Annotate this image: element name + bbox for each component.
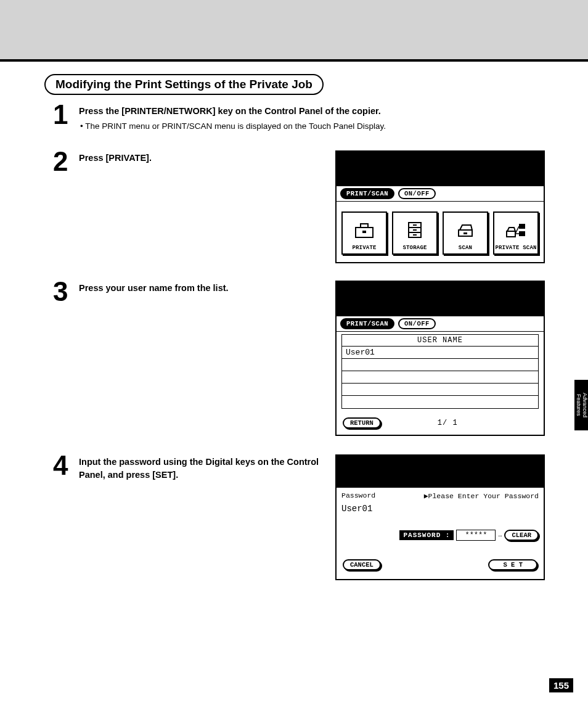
header-rule [0,59,588,62]
step-instruction: Press [PRIVATE]. [79,152,325,165]
return-button[interactable]: RETURN [343,417,381,429]
svg-rect-8 [413,234,417,236]
svg-rect-7 [413,229,417,231]
print-scan-tab[interactable]: PRINT/SCAN [340,318,394,329]
user-row-empty[interactable] [342,384,538,396]
page-number: 155 [549,678,573,692]
private-scan-button[interactable]: PRIVATE SCAN [493,211,539,255]
step-number: 3 [53,278,79,305]
private-scan-icon [505,223,526,243]
step-number: 1 [53,101,79,128]
ellipsis-icon: … [498,532,502,538]
on-off-button[interactable]: ON/OFF [398,188,436,199]
user-row[interactable]: User01 [342,347,538,359]
svg-rect-2 [362,231,366,233]
step-bullet: • The PRINT menu or PRINT/SCAN menu is d… [79,120,535,133]
step-number: 4 [53,452,79,479]
password-prompt: ▶Please Enter Your Password [424,491,539,500]
step-instruction: Press your user name from the list. [79,282,325,295]
cancel-button[interactable]: CANCEL [343,559,381,570]
user-name-table: USER NAME User01 [341,334,539,409]
step-instruction: Input the password using the Digital key… [79,456,325,482]
panel-black-area [337,152,544,186]
scanner-icon [456,223,475,243]
touch-panel-screenshot-4: Password ▶Please Enter Your Password Use… [335,454,545,580]
storage-button[interactable]: STORAGE [392,211,438,255]
cabinet-icon [407,221,423,243]
user-row-empty[interactable] [342,396,538,408]
private-button[interactable]: PRIVATE [341,211,387,255]
step-number: 2 [53,148,79,175]
icon-label: STORAGE [402,245,427,251]
table-header: USER NAME [342,335,538,347]
step-instruction: Press the [PRINTER/NETWORK] key on the C… [79,105,535,118]
svg-rect-13 [519,231,525,236]
panel-black-area [337,282,544,316]
set-button[interactable]: S E T [488,559,537,570]
scan-button[interactable]: SCAN [443,211,488,255]
svg-rect-11 [507,231,515,237]
briefcase-icon [354,223,374,243]
on-off-button[interactable]: ON/OFF [398,318,436,329]
svg-line-14 [515,226,519,234]
user-row-empty[interactable] [342,359,538,371]
clear-button[interactable]: CLEAR [504,530,539,541]
header-gray-band [0,0,588,59]
step-3: 3 Press your user name from the list. PR… [53,281,545,436]
panel-black-area [337,456,544,488]
svg-rect-1 [361,224,368,228]
password-label: Password [341,491,375,500]
step-4: 4 Input the password using the Digital k… [53,454,545,580]
touch-panel-screenshot-2: PRINT/SCAN ON/OFF PRIVATE STORAGE [335,150,545,263]
step-2: 2 Press [PRIVATE]. PRINT/SCAN ON/OFF PRI… [53,150,545,263]
page-indicator: 1/ 1 [438,419,458,427]
icon-label: SCAN [459,245,472,251]
password-input[interactable]: ***** [456,530,496,541]
current-user-label: User01 [341,504,539,514]
icon-label: PRIVATE [352,245,376,251]
section-side-tab: Advanced Features [574,380,588,430]
svg-rect-10 [463,232,467,234]
svg-rect-12 [519,224,525,229]
icon-label: PRIVATE SCAN [495,245,536,251]
touch-panel-screenshot-3: PRINT/SCAN ON/OFF USER NAME User01 RETUR… [335,281,545,436]
svg-rect-6 [413,224,417,226]
section-title-pill: Modifying the Print Settings of the Priv… [44,74,324,95]
print-scan-tab[interactable]: PRINT/SCAN [340,188,394,199]
step-1: 1 Press the [PRINTER/NETWORK] key on the… [53,104,545,133]
password-field-label: PASSWORD : [399,530,454,540]
user-row-empty[interactable] [342,371,538,384]
